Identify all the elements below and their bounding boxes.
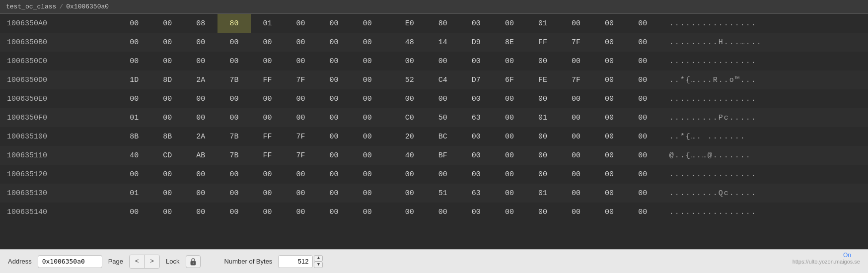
hex-cell[interactable]: 00 [593, 184, 626, 203]
hex-cell[interactable]: 01 [526, 108, 559, 127]
hex-cell[interactable]: 00 [151, 89, 184, 108]
hex-cell[interactable]: 00 [626, 89, 659, 108]
hex-cell[interactable]: 00 [593, 108, 626, 127]
hex-cell[interactable]: 00 [560, 165, 593, 184]
hex-cell[interactable]: 00 [593, 52, 626, 70]
hex-cell[interactable]: 00 [151, 52, 184, 70]
hex-cell[interactable]: 00 [560, 14, 593, 33]
hex-cell[interactable]: 00 [426, 203, 459, 221]
hex-cell[interactable]: 00 [217, 184, 251, 203]
hex-cell[interactable]: 01 [118, 108, 151, 127]
hex-cell[interactable]: 00 [251, 165, 284, 184]
address-input[interactable] [38, 255, 102, 268]
hex-cell[interactable]: D7 [459, 70, 493, 89]
hex-cell[interactable]: 01 [118, 184, 151, 203]
hex-cell[interactable]: 8B [151, 127, 184, 146]
hex-cell[interactable]: 00 [626, 203, 659, 221]
hex-cell[interactable]: FF [251, 70, 284, 89]
hex-cell[interactable]: 00 [118, 14, 151, 33]
hex-cell[interactable]: 00 [493, 184, 526, 203]
hex-cell[interactable]: 01 [526, 184, 559, 203]
hex-cell[interactable]: 00 [493, 146, 526, 165]
hex-cell[interactable]: 63 [459, 108, 493, 127]
hex-cell[interactable]: 00 [118, 203, 151, 221]
hex-cell[interactable]: 00 [251, 184, 284, 203]
prev-page-button[interactable]: < [130, 255, 145, 268]
hex-cell[interactable]: E0 [393, 14, 426, 33]
hex-cell[interactable]: 00 [393, 165, 426, 184]
hex-cell[interactable]: 00 [118, 52, 151, 70]
hex-cell[interactable]: 00 [560, 146, 593, 165]
hex-cell[interactable]: 00 [317, 184, 351, 203]
hex-cell[interactable]: 00 [593, 14, 626, 33]
hex-cell[interactable]: 00 [593, 89, 626, 108]
hex-cell[interactable]: CD [151, 146, 184, 165]
hex-cell[interactable]: 00 [593, 146, 626, 165]
hex-cell[interactable]: 00 [284, 14, 317, 33]
hex-cell[interactable]: 00 [459, 203, 493, 221]
hex-cell[interactable]: 00 [217, 33, 251, 52]
hex-cell[interactable]: 00 [351, 127, 384, 146]
hex-cell[interactable]: 2A [184, 127, 217, 146]
hex-cell[interactable]: 80 [217, 14, 251, 33]
hex-cell[interactable]: 00 [426, 89, 459, 108]
hex-cell[interactable]: 7F [560, 33, 593, 52]
hex-cell[interactable]: 00 [526, 203, 559, 221]
hex-cell[interactable]: 48 [393, 33, 426, 52]
hex-cell[interactable]: 00 [626, 165, 659, 184]
hex-cell[interactable]: 00 [184, 184, 217, 203]
hex-cell[interactable]: 00 [626, 127, 659, 146]
hex-cell[interactable]: 00 [626, 33, 659, 52]
hex-cell[interactable]: 00 [351, 184, 384, 203]
hex-cell[interactable]: 00 [317, 14, 351, 33]
hex-cell[interactable]: 08 [184, 14, 217, 33]
hex-cell[interactable]: 00 [284, 33, 317, 52]
hex-cell[interactable]: 00 [351, 14, 384, 33]
hex-cell[interactable]: 00 [560, 127, 593, 146]
hex-cell[interactable]: 7B [217, 127, 251, 146]
hex-cell[interactable]: 00 [493, 52, 526, 70]
hex-cell[interactable]: FF [251, 127, 284, 146]
hex-cell[interactable]: 00 [251, 89, 284, 108]
hex-cell[interactable]: 00 [626, 70, 659, 89]
hex-cell[interactable]: 00 [351, 52, 384, 70]
hex-cell[interactable]: 00 [284, 165, 317, 184]
hex-cell[interactable]: 6F [493, 70, 526, 89]
hex-cell[interactable]: 00 [426, 165, 459, 184]
hex-cell[interactable]: 00 [393, 184, 426, 203]
bytes-stepper[interactable]: ▲ ▼ [314, 255, 323, 268]
hex-cell[interactable]: 00 [526, 165, 559, 184]
hex-cell[interactable]: 80 [426, 14, 459, 33]
hex-cell[interactable]: 00 [626, 52, 659, 70]
hex-cell[interactable]: 00 [217, 165, 251, 184]
bytes-input[interactable] [278, 255, 313, 268]
hex-cell[interactable]: 2A [184, 70, 217, 89]
hex-cell[interactable]: C4 [426, 70, 459, 89]
hex-cell[interactable]: BC [426, 127, 459, 146]
hex-cell[interactable]: 00 [493, 203, 526, 221]
lock-button[interactable] [186, 255, 201, 268]
hex-cell[interactable]: 00 [593, 33, 626, 52]
hex-cell[interactable]: FF [526, 33, 559, 52]
hex-cell[interactable]: 00 [593, 70, 626, 89]
hex-cell[interactable]: 40 [393, 146, 426, 165]
hex-cell[interactable]: 00 [493, 14, 526, 33]
hex-cell[interactable]: 00 [351, 165, 384, 184]
hex-cell[interactable]: 00 [459, 14, 493, 33]
hex-cell[interactable]: 00 [626, 108, 659, 127]
hex-cell[interactable]: 00 [351, 33, 384, 52]
hex-cell[interactable]: 00 [184, 108, 217, 127]
hex-cell[interactable]: 00 [393, 203, 426, 221]
hex-cell[interactable]: 51 [426, 184, 459, 203]
hex-cell[interactable]: 63 [459, 184, 493, 203]
hex-cell[interactable]: 00 [593, 127, 626, 146]
hex-cell[interactable]: FE [526, 70, 559, 89]
hex-cell[interactable]: 00 [426, 52, 459, 70]
hex-cell[interactable]: C0 [393, 108, 426, 127]
hex-cell[interactable]: 00 [251, 52, 284, 70]
hex-cell[interactable]: 00 [184, 89, 217, 108]
bytes-decrement-button[interactable]: ▼ [314, 262, 323, 268]
hex-cell[interactable]: 00 [493, 89, 526, 108]
hex-cell[interactable]: 00 [351, 146, 384, 165]
hex-cell[interactable]: 00 [118, 33, 151, 52]
